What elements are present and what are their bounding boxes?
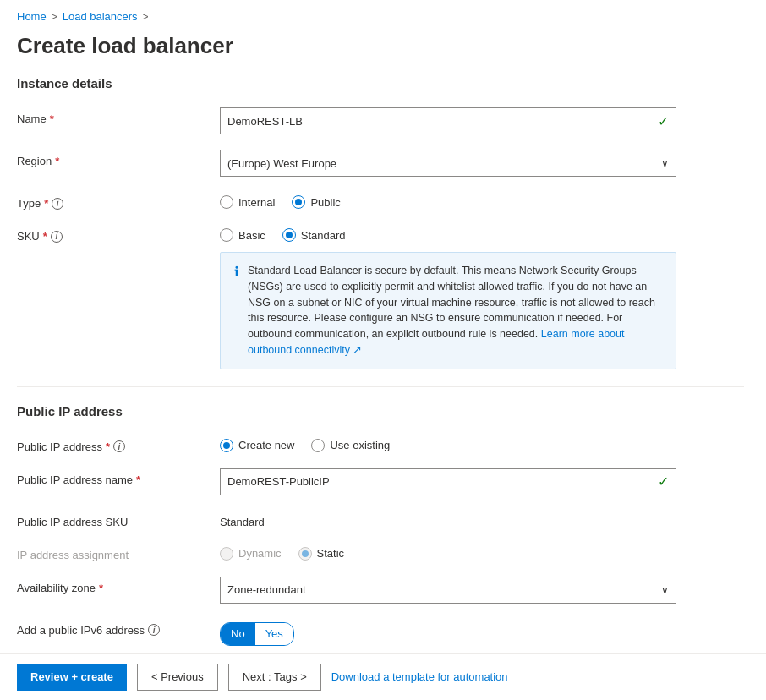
breadcrumb: Home > Load balancers > (0, 0, 766, 30)
availability-zone-required: * (99, 582, 103, 594)
public-ip-name-input[interactable]: DemoREST-PublicIP ✓ (220, 468, 676, 495)
name-required: * (50, 112, 54, 125)
ip-assignment-static[interactable]: Static (298, 547, 345, 561)
type-control: Internal Public (220, 192, 744, 209)
public-ip-sku-row: Public IP address SKU Standard (17, 511, 744, 528)
sku-option-standard[interactable]: Standard (282, 228, 346, 242)
public-ip-create-dot (223, 442, 230, 449)
sku-radio-group: Basic Standard (220, 225, 744, 242)
public-ip-section-title: Public IP address (17, 404, 744, 422)
sku-control: Basic Standard ℹ Standard Load Balancer … (220, 225, 744, 369)
ip-assignment-radio-group: Dynamic Static (220, 544, 744, 561)
ipv6-toggle-container: No Yes (220, 619, 744, 646)
section-divider (17, 386, 744, 387)
breadcrumb-load-balancers[interactable]: Load balancers (63, 10, 138, 23)
type-public-radio-dot (295, 199, 302, 205)
region-required: * (55, 155, 59, 167)
previous-button[interactable]: < Previous (137, 664, 218, 691)
region-control: (Europe) West Europe ∨ (220, 150, 744, 177)
region-row: Region * (Europe) West Europe ∨ (17, 150, 744, 177)
ip-assignment-control: Dynamic Static (220, 544, 744, 561)
public-ip-sku-label: Public IP address SKU (17, 511, 203, 528)
availability-zone-label: Availability zone * (17, 577, 203, 594)
ip-assignment-dynamic-circle (220, 547, 233, 561)
page-title: Create load balancer (0, 30, 766, 76)
public-ip-sku-control: Standard (220, 511, 744, 528)
ipv6-toggle-no[interactable]: No (221, 623, 255, 645)
breadcrumb-home[interactable]: Home (17, 10, 47, 23)
ip-assignment-row: IP address assignment Dynamic Static (17, 544, 744, 561)
public-ip-name-row: Public IP address name * DemoREST-Public… (17, 468, 744, 495)
region-label: Region * (17, 150, 203, 167)
instance-details-section-title: Instance details (17, 76, 744, 94)
public-ip-radio-group: Create new Use existing (220, 435, 744, 452)
public-ip-existing-circle (311, 439, 325, 452)
ipv6-label: Add a public IPv6 address i (17, 619, 203, 637)
download-template-link[interactable]: Download a template for automation (331, 670, 508, 683)
next-tags-button[interactable]: Next : Tags > (228, 664, 321, 691)
name-row: Name * DemoREST-LB ✓ (17, 107, 744, 134)
sku-info-icon[interactable]: i (51, 231, 63, 243)
type-option-internal[interactable]: Internal (220, 195, 275, 209)
public-ip-name-control: DemoREST-PublicIP ✓ (220, 468, 744, 495)
sku-basic-radio-circle (220, 228, 233, 242)
sku-standard-radio-dot (286, 232, 293, 238)
type-required: * (44, 197, 48, 210)
type-internal-radio-circle (220, 195, 233, 209)
public-ip-use-existing[interactable]: Use existing (311, 439, 390, 452)
public-ip-name-required: * (136, 473, 140, 486)
public-ip-sku-value: Standard (220, 511, 744, 528)
ipv6-info-icon[interactable]: i (148, 624, 160, 636)
ip-assignment-static-circle (298, 547, 312, 561)
sku-info-box-text: Standard Load Balancer is secure by defa… (248, 263, 662, 358)
availability-zone-dropdown[interactable]: Zone-redundant ∨ (220, 577, 676, 604)
ipv6-row: Add a public IPv6 address i No Yes (17, 619, 744, 646)
ipv6-control: No Yes (220, 619, 744, 646)
availability-zone-control: Zone-redundant ∨ (220, 577, 744, 604)
sku-info-box-icon: ℹ (234, 264, 239, 358)
breadcrumb-sep1: > (52, 11, 57, 23)
name-control: DemoREST-LB ✓ (220, 107, 744, 134)
review-create-button[interactable]: Review + create (17, 664, 127, 691)
availability-zone-chevron-icon: ∨ (661, 584, 669, 596)
ip-assignment-dynamic[interactable]: Dynamic (220, 547, 282, 561)
sku-row: SKU * i Basic Standard ℹ (17, 225, 744, 369)
ip-assignment-static-dot (302, 550, 309, 557)
type-public-radio-circle (292, 195, 305, 209)
public-ip-name-valid-icon: ✓ (658, 473, 669, 489)
ipv6-toggle-yes[interactable]: Yes (255, 623, 293, 645)
public-ip-required: * (106, 440, 110, 453)
type-info-icon[interactable]: i (52, 198, 63, 210)
sku-option-basic[interactable]: Basic (220, 228, 265, 242)
public-ip-control: Create new Use existing (220, 435, 744, 452)
name-valid-icon: ✓ (658, 113, 669, 129)
type-row: Type * i Internal Public (17, 192, 744, 210)
name-input[interactable]: DemoREST-LB ✓ (220, 107, 676, 134)
ipv6-toggle[interactable]: No Yes (220, 622, 294, 646)
region-dropdown[interactable]: (Europe) West Europe ∨ (220, 150, 676, 177)
public-ip-name-label: Public IP address name * (17, 468, 203, 486)
public-ip-create-new[interactable]: Create new (220, 439, 294, 452)
public-ip-label: Public IP address * i (17, 435, 203, 453)
bottom-bar: Review + create < Previous Next : Tags >… (0, 653, 766, 700)
type-label: Type * i (17, 192, 203, 210)
public-ip-create-circle (220, 439, 233, 452)
type-option-public[interactable]: Public (292, 195, 340, 209)
sku-required: * (43, 230, 47, 243)
name-label: Name * (17, 107, 203, 125)
region-chevron-icon: ∨ (661, 157, 669, 169)
ip-assignment-label: IP address assignment (17, 544, 203, 561)
breadcrumb-sep2: > (143, 11, 149, 23)
availability-zone-row: Availability zone * Zone-redundant ∨ (17, 577, 744, 604)
public-ip-info-icon[interactable]: i (113, 440, 125, 452)
sku-standard-radio-circle (282, 228, 296, 242)
type-radio-group: Internal Public (220, 192, 744, 209)
public-ip-row: Public IP address * i Create new Use exi… (17, 435, 744, 453)
sku-label: SKU * i (17, 225, 203, 243)
sku-info-box: ℹ Standard Load Balancer is secure by de… (220, 252, 676, 369)
